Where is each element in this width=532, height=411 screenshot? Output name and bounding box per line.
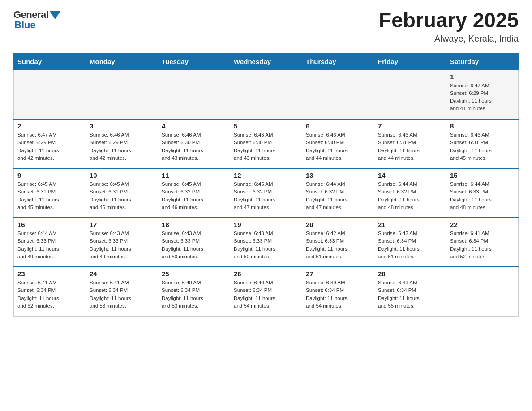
day-number: 19 xyxy=(234,221,298,228)
day-of-week-friday: Friday xyxy=(374,53,446,70)
day-number: 4 xyxy=(162,122,226,130)
day-of-week-monday: Monday xyxy=(86,53,158,70)
title-block: February 2025 Alwaye, Kerala, India xyxy=(379,9,519,44)
day-number: 21 xyxy=(378,221,442,228)
day-info: Sunrise: 6:46 AMSunset: 6:31 PMDaylight:… xyxy=(378,131,442,162)
calendar-cell: 20Sunrise: 6:42 AMSunset: 6:33 PMDayligh… xyxy=(302,218,374,267)
day-number: 10 xyxy=(90,171,154,179)
days-of-week-row: SundayMondayTuesdayWednesdayThursdayFrid… xyxy=(14,53,519,70)
day-info: Sunrise: 6:43 AMSunset: 6:33 PMDaylight:… xyxy=(234,230,298,261)
calendar-cell: 19Sunrise: 6:43 AMSunset: 6:33 PMDayligh… xyxy=(230,218,302,267)
day-of-week-tuesday: Tuesday xyxy=(158,53,230,70)
day-number: 1 xyxy=(450,73,515,81)
day-info: Sunrise: 6:44 AMSunset: 6:32 PMDaylight:… xyxy=(306,180,370,211)
day-number: 5 xyxy=(234,122,298,130)
logo: General Blue xyxy=(13,9,60,31)
calendar-cell: 25Sunrise: 6:40 AMSunset: 6:34 PMDayligh… xyxy=(158,267,230,316)
week-row-4: 16Sunrise: 6:44 AMSunset: 6:33 PMDayligh… xyxy=(14,218,519,267)
calendar-cell xyxy=(230,70,302,119)
day-of-week-wednesday: Wednesday xyxy=(230,53,302,70)
calendar-cell: 18Sunrise: 6:43 AMSunset: 6:33 PMDayligh… xyxy=(158,218,230,267)
day-info: Sunrise: 6:41 AMSunset: 6:34 PMDaylight:… xyxy=(17,279,82,310)
day-number: 27 xyxy=(306,270,370,278)
day-number: 12 xyxy=(234,171,298,179)
day-of-week-thursday: Thursday xyxy=(302,53,374,70)
calendar-cell: 23Sunrise: 6:41 AMSunset: 6:34 PMDayligh… xyxy=(14,267,86,316)
month-title: February 2025 xyxy=(379,9,519,32)
day-info: Sunrise: 6:46 AMSunset: 6:30 PMDaylight:… xyxy=(234,131,298,162)
calendar-cell: 11Sunrise: 6:45 AMSunset: 6:32 PMDayligh… xyxy=(158,168,230,218)
day-info: Sunrise: 6:43 AMSunset: 6:33 PMDaylight:… xyxy=(162,230,226,261)
day-number: 9 xyxy=(17,171,82,179)
calendar-cell: 4Sunrise: 6:46 AMSunset: 6:30 PMDaylight… xyxy=(158,119,230,168)
calendar-cell: 10Sunrise: 6:45 AMSunset: 6:31 PMDayligh… xyxy=(86,168,158,218)
day-info: Sunrise: 6:40 AMSunset: 6:34 PMDaylight:… xyxy=(234,279,298,310)
calendar-cell: 5Sunrise: 6:46 AMSunset: 6:30 PMDaylight… xyxy=(230,119,302,168)
day-info: Sunrise: 6:44 AMSunset: 6:33 PMDaylight:… xyxy=(450,180,515,211)
day-info: Sunrise: 6:46 AMSunset: 6:31 PMDaylight:… xyxy=(450,131,515,162)
page-header: General Blue February 2025 Alwaye, Keral… xyxy=(13,9,519,44)
calendar-cell xyxy=(14,70,86,119)
calendar-cell xyxy=(86,70,158,119)
day-info: Sunrise: 6:39 AMSunset: 6:34 PMDaylight:… xyxy=(306,279,370,310)
week-row-2: 2Sunrise: 6:47 AMSunset: 6:29 PMDaylight… xyxy=(14,119,519,168)
calendar-cell: 22Sunrise: 6:41 AMSunset: 6:34 PMDayligh… xyxy=(446,218,519,267)
day-info: Sunrise: 6:47 AMSunset: 6:29 PMDaylight:… xyxy=(450,82,515,113)
day-number: 7 xyxy=(378,122,442,130)
calendar-cell xyxy=(158,70,230,119)
day-info: Sunrise: 6:42 AMSunset: 6:33 PMDaylight:… xyxy=(306,230,370,261)
day-of-week-sunday: Sunday xyxy=(14,53,86,70)
day-number: 24 xyxy=(90,270,154,278)
calendar-cell: 16Sunrise: 6:44 AMSunset: 6:33 PMDayligh… xyxy=(14,218,86,267)
week-row-3: 9Sunrise: 6:45 AMSunset: 6:31 PMDaylight… xyxy=(14,168,519,218)
day-info: Sunrise: 6:41 AMSunset: 6:34 PMDaylight:… xyxy=(450,230,515,261)
day-number: 14 xyxy=(378,171,442,179)
day-number: 26 xyxy=(234,270,298,278)
calendar-header: SundayMondayTuesdayWednesdayThursdayFrid… xyxy=(14,53,519,70)
day-number: 23 xyxy=(17,270,82,278)
calendar-cell: 14Sunrise: 6:44 AMSunset: 6:32 PMDayligh… xyxy=(374,168,446,218)
day-number: 17 xyxy=(90,221,154,228)
day-info: Sunrise: 6:43 AMSunset: 6:33 PMDaylight:… xyxy=(90,230,154,261)
day-number: 3 xyxy=(90,122,154,130)
day-number: 28 xyxy=(378,270,442,278)
day-info: Sunrise: 6:44 AMSunset: 6:32 PMDaylight:… xyxy=(378,180,442,211)
calendar-cell: 2Sunrise: 6:47 AMSunset: 6:29 PMDaylight… xyxy=(14,119,86,168)
day-info: Sunrise: 6:42 AMSunset: 6:34 PMDaylight:… xyxy=(378,230,442,261)
calendar-body: 1Sunrise: 6:47 AMSunset: 6:29 PMDaylight… xyxy=(14,70,519,316)
calendar-cell: 3Sunrise: 6:46 AMSunset: 6:29 PMDaylight… xyxy=(86,119,158,168)
calendar-cell: 28Sunrise: 6:39 AMSunset: 6:34 PMDayligh… xyxy=(374,267,446,316)
calendar-cell: 24Sunrise: 6:41 AMSunset: 6:34 PMDayligh… xyxy=(86,267,158,316)
calendar-cell: 26Sunrise: 6:40 AMSunset: 6:34 PMDayligh… xyxy=(230,267,302,316)
day-info: Sunrise: 6:47 AMSunset: 6:29 PMDaylight:… xyxy=(17,131,82,162)
calendar-cell: 8Sunrise: 6:46 AMSunset: 6:31 PMDaylight… xyxy=(446,119,519,168)
calendar-table: SundayMondayTuesdayWednesdayThursdayFrid… xyxy=(13,53,519,317)
day-number: 25 xyxy=(162,270,226,278)
day-number: 22 xyxy=(450,221,515,228)
week-row-5: 23Sunrise: 6:41 AMSunset: 6:34 PMDayligh… xyxy=(14,267,519,316)
logo-triangle-icon xyxy=(50,11,60,19)
day-info: Sunrise: 6:46 AMSunset: 6:30 PMDaylight:… xyxy=(306,131,370,162)
calendar-cell: 9Sunrise: 6:45 AMSunset: 6:31 PMDaylight… xyxy=(14,168,86,218)
week-row-1: 1Sunrise: 6:47 AMSunset: 6:29 PMDaylight… xyxy=(14,70,519,119)
calendar-cell: 27Sunrise: 6:39 AMSunset: 6:34 PMDayligh… xyxy=(302,267,374,316)
day-number: 11 xyxy=(162,171,226,179)
day-info: Sunrise: 6:41 AMSunset: 6:34 PMDaylight:… xyxy=(90,279,154,310)
day-info: Sunrise: 6:45 AMSunset: 6:32 PMDaylight:… xyxy=(234,180,298,211)
day-info: Sunrise: 6:45 AMSunset: 6:31 PMDaylight:… xyxy=(90,180,154,211)
calendar-cell: 17Sunrise: 6:43 AMSunset: 6:33 PMDayligh… xyxy=(86,218,158,267)
day-info: Sunrise: 6:46 AMSunset: 6:30 PMDaylight:… xyxy=(162,131,226,162)
calendar-cell xyxy=(374,70,446,119)
day-info: Sunrise: 6:39 AMSunset: 6:34 PMDaylight:… xyxy=(378,279,442,310)
calendar-cell: 7Sunrise: 6:46 AMSunset: 6:31 PMDaylight… xyxy=(374,119,446,168)
day-number: 15 xyxy=(450,171,515,179)
day-number: 16 xyxy=(17,221,82,228)
day-number: 13 xyxy=(306,171,370,179)
location-text: Alwaye, Kerala, India xyxy=(379,34,519,44)
calendar-cell xyxy=(446,267,519,316)
day-number: 8 xyxy=(450,122,515,130)
calendar-cell: 12Sunrise: 6:45 AMSunset: 6:32 PMDayligh… xyxy=(230,168,302,218)
calendar-cell: 21Sunrise: 6:42 AMSunset: 6:34 PMDayligh… xyxy=(374,218,446,267)
day-number: 18 xyxy=(162,221,226,228)
day-info: Sunrise: 6:45 AMSunset: 6:32 PMDaylight:… xyxy=(162,180,226,211)
